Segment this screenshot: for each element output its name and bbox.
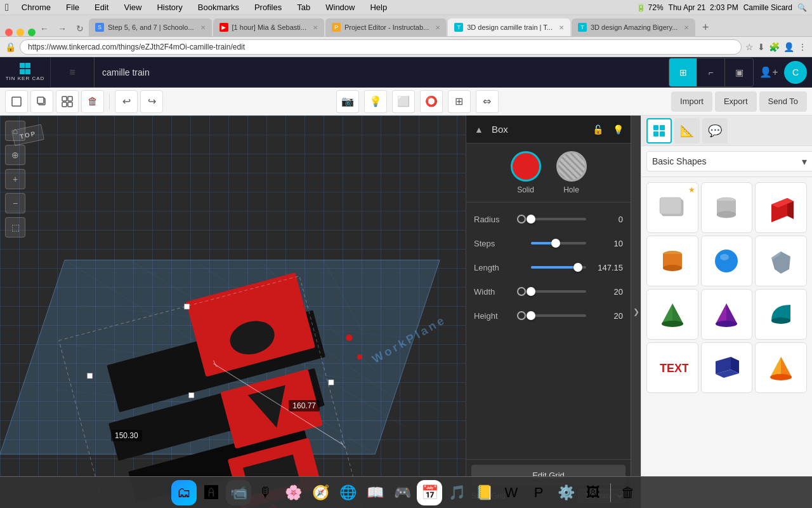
new-tab-button[interactable]: + [697,18,714,36]
tab-tinkercad2[interactable]: T 3D design Amazing Bigery... ✕ [572,18,695,36]
zoom-out-btn[interactable]: − [5,193,25,213]
steps-slider[interactable] [531,239,586,248]
dock-notchook[interactable]: 📒 [471,480,497,505]
user-avatar[interactable]: C [784,61,807,84]
shape-cube-red[interactable] [755,182,807,233]
dock-powerpoint[interactable]: P [526,480,551,505]
menu-dots-icon[interactable]: ⋮ [798,42,807,52]
reload-button[interactable]: ↻ [72,21,88,36]
dock-facetime[interactable]: 📹 [226,480,251,505]
url-input[interactable] [20,39,742,55]
dock-safari[interactable]: 🧭 [308,480,333,505]
undo-btn[interactable]: ↩ [115,90,138,113]
width-slider[interactable] [531,287,586,296]
panel-collapse-btn[interactable]: ▲ [471,122,487,137]
ruler-shapes-btn[interactable]: 📐 [674,118,700,144]
dock-appstore[interactable]: 🅰 [199,480,224,505]
grid-view-btn[interactable]: ≡ [58,58,86,86]
dock-photos[interactable]: 🌸 [280,480,306,505]
search-icon[interactable]: 🔍 [797,3,807,12]
dock-chrome[interactable]: 🌐 [335,480,360,505]
tab-close-tinkercad[interactable]: ✕ [559,24,564,31]
shape-cylinder[interactable] [701,182,753,233]
dock-discord[interactable]: 🎮 [390,480,415,505]
apple-menu[interactable]:  [5,2,9,13]
light-btn[interactable]: 💡 [364,90,387,113]
back-button[interactable]: ← [37,21,52,36]
simulation-view-btn[interactable]: ▣ [725,58,753,86]
panel-lock-btn[interactable]: 🔓 [590,122,605,137]
group-btn[interactable] [56,90,79,113]
delete-btn[interactable]: 🗑 [81,90,104,113]
menu-history[interactable]: History [154,3,185,12]
tab-instructables[interactable]: P Project Editor - Instructab... ✕ [325,18,447,36]
dock-word[interactable]: W [499,480,524,505]
height-slider[interactable] [531,311,586,320]
menu-view[interactable]: View [121,3,144,12]
collapse-handle[interactable]: ❯ [631,116,641,508]
tab-schoology[interactable]: S Step 5, 6, and 7 | Schoolo... ✕ [89,18,212,36]
dock-finder[interactable]: 🗂 [171,480,197,505]
canvas-area[interactable]: WorkPlane [0,116,466,508]
menu-help[interactable]: Help [367,3,390,12]
zoom-in-btn[interactable]: + [5,169,25,189]
tab-youtube[interactable]: ▶ [1 hour] Mia & Sebasti... ✕ [213,18,324,36]
duplicate-btn[interactable] [30,90,53,113]
menu-edit[interactable]: Edit [92,3,111,12]
shape-cylinder-orange[interactable] [646,236,698,286]
import-button[interactable]: Import [671,91,712,112]
shape-pyramid-yellow[interactable] [755,342,807,393]
menu-profiles[interactable]: Profiles [252,3,284,12]
shape-irregular-gray[interactable] [755,236,807,286]
layers-btn[interactable]: ⊞ [448,90,471,113]
export-button[interactable]: Export [715,91,757,112]
menu-file[interactable]: File [63,3,82,12]
bookmark-star-icon[interactable]: ☆ [745,42,754,52]
panel-visibility-btn[interactable]: 💡 [610,122,625,137]
tab-tinkercad-active[interactable]: T 3D design camille train | T... ✕ [448,18,570,36]
menu-chrome[interactable]: Chrome [19,3,53,12]
maximize-button[interactable] [28,29,36,36]
dock-trash[interactable]: 🗑 [615,480,641,505]
shape-sphere-blue[interactable] [701,236,753,286]
dock-music[interactable]: 🎵 [444,480,469,505]
close-button[interactable] [5,29,13,36]
shape-dome-teal[interactable] [755,289,807,340]
shape-text-red[interactable]: TEXT [646,342,698,393]
grid-shapes-btn[interactable] [646,118,672,144]
home-view-btn[interactable]: ⌂ [5,121,25,141]
menu-window[interactable]: Window [323,3,357,12]
minimize-button[interactable] [16,29,24,36]
forward-button[interactable]: → [55,21,70,36]
shapes-category-select[interactable]: Basic Shapes [646,151,812,171]
hole-option[interactable]: Hole [556,151,587,194]
shape-box-rounded[interactable]: ★ [646,182,698,233]
download-icon[interactable]: ⬇ [757,42,765,52]
solid-option[interactable]: Solid [511,151,541,194]
menu-tab[interactable]: Tab [294,3,313,12]
length-slider[interactable] [531,263,586,272]
shape-pyramid-purple[interactable] [701,289,753,340]
dock-settings[interactable]: ⚙️ [553,480,579,505]
shape-pyramid-green[interactable] [646,289,698,340]
chat-shapes-btn[interactable]: 💬 [702,118,728,144]
sendto-button[interactable]: Send To [759,91,807,112]
add-user-btn[interactable]: 👤+ [755,58,783,86]
profile-icon[interactable]: 👤 [783,42,794,52]
camera-btn[interactable]: 📷 [336,90,359,113]
mirror-btn[interactable]: ⇔ [476,90,499,113]
redo-btn[interactable]: ↪ [140,90,163,113]
dock-books[interactable]: 📖 [362,480,388,505]
dock-preview[interactable]: 🖼 [580,480,606,505]
radius-slider[interactable] [531,215,586,224]
3d-view-btn[interactable]: ⊞ [669,58,697,86]
fit-view-btn[interactable]: ⊕ [5,145,25,165]
dock-calendar[interactable]: 📅 [417,480,442,505]
view-cube-btn[interactable]: ⬚ [5,217,25,237]
tab-close-schoology[interactable]: ✕ [200,24,206,31]
extensions-icon[interactable]: 🧩 [769,42,780,52]
circle-btn[interactable]: ⭕ [420,90,443,113]
tab-close-instructables[interactable]: ✕ [435,24,440,31]
schematic-view-btn[interactable]: ⌐ [697,58,725,86]
new-object-btn[interactable] [5,90,28,113]
